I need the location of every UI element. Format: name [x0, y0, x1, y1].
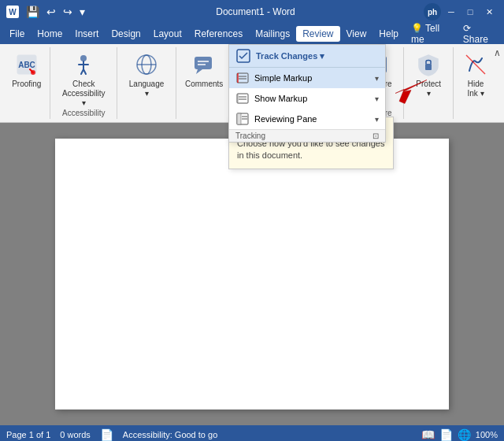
proofing-icon: ABC	[14, 52, 39, 77]
document-page[interactable]	[55, 139, 449, 410]
status-bar: Page 1 of 1 0 words 📄 Accessibility: Goo…	[0, 425, 504, 441]
status-page-icon[interactable]: 📄	[100, 428, 113, 441]
comments-icon	[191, 52, 217, 77]
view-icon-web[interactable]: 🌐	[458, 428, 471, 441]
track-changes-dropdown-header: Track Changes ▾	[229, 45, 385, 68]
ribbon-group-proofing: ABC Proofing	[3, 47, 50, 119]
ribbon-collapse-button[interactable]: ∧	[494, 47, 501, 58]
svg-rect-28	[237, 94, 248, 103]
tracking-settings-icon[interactable]: ⊡	[372, 132, 379, 140]
protect-group-label	[409, 116, 448, 119]
accessibility-label: CheckAccessibility ▾	[60, 80, 107, 108]
simple-markup-option[interactable]: Simple Markup ▾	[229, 68, 385, 88]
proofing-group-label	[8, 116, 45, 119]
svg-rect-27	[237, 73, 239, 83]
minimize-button[interactable]: ─	[443, 3, 460, 20]
menu-view[interactable]: View	[340, 26, 373, 42]
menu-design[interactable]: Design	[105, 26, 146, 42]
language-button[interactable]: Language ▾	[122, 49, 171, 102]
menu-file[interactable]: File	[3, 26, 31, 42]
user-badge[interactable]: ph	[424, 3, 441, 20]
window-title: Document1 - Word	[87, 6, 424, 17]
title-bar-controls: ph ─ □ ✕	[424, 3, 498, 20]
maximize-button[interactable]: □	[461, 3, 479, 20]
quick-access-toolbar: 💾 ↩ ↪ ▾	[24, 4, 87, 20]
proofing-button[interactable]: ABC Proofing	[8, 49, 45, 102]
menu-mailings[interactable]: Mailings	[249, 26, 296, 42]
show-markup-label: Show Markup	[254, 94, 307, 103]
svg-rect-24	[237, 73, 248, 83]
menu-insert[interactable]: Insert	[69, 26, 105, 42]
svg-text:ABC: ABC	[18, 61, 35, 69]
red-arrow	[387, 74, 431, 111]
simple-markup-label: Simple Markup	[254, 73, 312, 83]
comments-group-label	[181, 116, 227, 119]
hide-ink-icon	[463, 52, 488, 77]
comments-label: Comments	[185, 80, 223, 89]
accessibility-group-label: Accessibility	[55, 107, 112, 119]
svg-point-2	[31, 70, 35, 75]
accessibility-icon	[71, 52, 96, 77]
svg-rect-21	[425, 64, 432, 70]
reviewing-pane-option[interactable]: Reviewing Pane ▾	[229, 109, 385, 129]
svg-rect-33	[237, 113, 241, 124]
menu-tell-me[interactable]: 💡 Tell me	[405, 20, 457, 47]
show-markup-chevron: ▾	[375, 94, 379, 103]
view-icon-print[interactable]: 📄	[439, 428, 453, 441]
save-icon[interactable]: 💾	[24, 4, 42, 20]
language-label: Language ▾	[127, 80, 166, 98]
hide-ink-button[interactable]: HideInk ▾	[458, 49, 493, 102]
reviewing-pane-label: Reviewing Pane	[254, 114, 317, 124]
accessibility-status: Accessibility: Good to go	[123, 430, 217, 439]
tracking-footer-label: Tracking	[235, 132, 265, 140]
status-left: Page 1 of 1 0 words 📄 Accessibility: Goo…	[6, 428, 217, 441]
reviewing-pane-icon	[235, 112, 250, 126]
page-indicator: Page 1 of 1	[6, 430, 50, 439]
undo-icon[interactable]: ↩	[44, 4, 58, 20]
redo-icon[interactable]: ↪	[61, 4, 75, 20]
svg-rect-7	[195, 57, 212, 69]
more-icon[interactable]: ▾	[77, 4, 87, 20]
ink-group-label	[458, 116, 496, 119]
proofing-label: Proofing	[12, 80, 41, 89]
menu-bar: File Home Insert Design Layout Reference…	[0, 24, 504, 44]
menu-layout[interactable]: Layout	[147, 26, 188, 42]
ribbon-group-comments: Comments	[176, 47, 232, 119]
svg-rect-31	[237, 94, 239, 103]
zoom-level: 100%	[476, 430, 498, 439]
menu-home[interactable]: Home	[31, 26, 69, 42]
simple-markup-icon	[235, 71, 250, 85]
track-changes-header-label: Track Changes ▾	[256, 51, 324, 61]
app-icon: W	[6, 6, 19, 18]
ribbon: ABC Proofing	[0, 44, 504, 123]
view-icon-read[interactable]: 📖	[421, 428, 435, 441]
hide-ink-label: HideInk ▾	[467, 80, 484, 98]
menu-review[interactable]: Review	[296, 26, 339, 42]
ribbon-group-accessibility: CheckAccessibility ▾ Accessibility	[50, 47, 117, 119]
show-markup-icon	[235, 91, 250, 106]
status-right: 📖 📄 🌐 100%	[421, 428, 498, 441]
comments-button[interactable]: Comments	[181, 49, 227, 102]
title-bar-left: W 💾 ↩ ↪ ▾	[6, 4, 87, 20]
menu-share[interactable]: ⟳ Share	[457, 20, 501, 47]
reviewing-pane-chevron: ▾	[375, 115, 379, 124]
word-count: 0 words	[60, 430, 91, 439]
accessibility-button[interactable]: CheckAccessibility ▾	[55, 49, 112, 102]
svg-point-3	[80, 55, 87, 61]
language-icon	[134, 52, 159, 77]
show-markup-option[interactable]: Show Markup ▾	[229, 88, 385, 109]
menu-references[interactable]: References	[188, 26, 249, 42]
language-group-label	[122, 116, 171, 119]
simple-markup-chevron: ▾	[375, 74, 379, 83]
tracking-section-footer: Tracking ⊡	[229, 129, 385, 142]
close-button[interactable]: ✕	[480, 3, 498, 20]
menu-help[interactable]: Help	[372, 26, 405, 42]
ribbon-group-language: Language ▾	[117, 47, 176, 119]
tracking-dropdown-panel: Track Changes ▾ Simple Markup ▾	[228, 44, 386, 143]
svg-marker-8	[196, 69, 202, 74]
